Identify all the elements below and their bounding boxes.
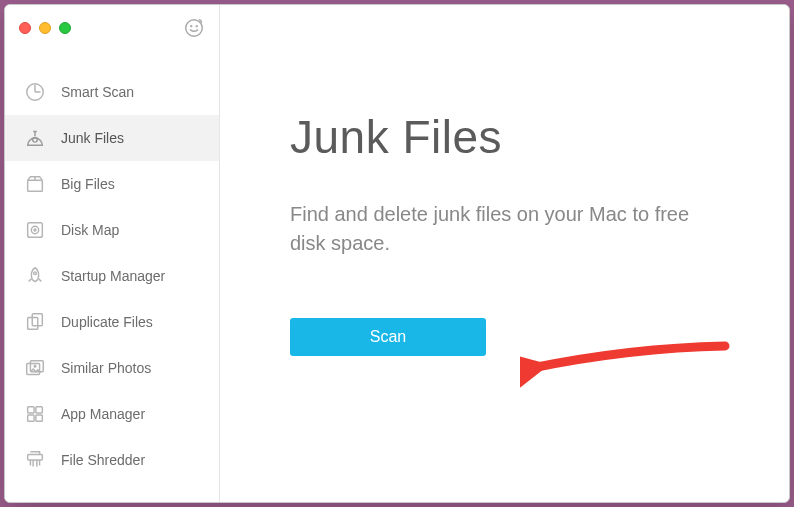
sidebar-item-startup-manager[interactable]: Startup Manager: [5, 253, 219, 299]
svg-point-1: [191, 26, 192, 27]
sidebar-item-label: Similar Photos: [61, 360, 151, 376]
sidebar-item-label: Disk Map: [61, 222, 119, 238]
annotation-arrow-icon: [520, 338, 740, 408]
sidebar-item-label: File Shredder: [61, 452, 145, 468]
svg-rect-16: [36, 407, 42, 413]
svg-point-0: [186, 20, 203, 37]
minimize-window-button[interactable]: [39, 22, 51, 34]
box-icon: [23, 172, 47, 196]
sidebar-item-disk-map[interactable]: Disk Map: [5, 207, 219, 253]
sidebar-item-app-manager[interactable]: App Manager: [5, 391, 219, 437]
sidebar-item-label: Junk Files: [61, 130, 124, 146]
close-window-button[interactable]: [19, 22, 31, 34]
svg-rect-5: [28, 180, 43, 191]
svg-rect-15: [28, 407, 34, 413]
gauge-icon: [23, 80, 47, 104]
sidebar-item-file-shredder[interactable]: File Shredder: [5, 437, 219, 483]
sidebar-item-duplicate-files[interactable]: Duplicate Files: [5, 299, 219, 345]
sidebar-item-label: App Manager: [61, 406, 145, 422]
scan-button[interactable]: Scan: [290, 318, 486, 356]
sidebar-item-big-files[interactable]: Big Files: [5, 161, 219, 207]
sidebar-nav: Smart Scan Junk Files Big Files: [5, 49, 219, 483]
svg-point-14: [34, 365, 36, 367]
sidebar-item-label: Duplicate Files: [61, 314, 153, 330]
app-window: Smart Scan Junk Files Big Files: [4, 4, 790, 503]
main-pane: Junk Files Find and delete junk files on…: [220, 5, 789, 502]
apps-grid-icon: [23, 402, 47, 426]
sidebar-item-label: Smart Scan: [61, 84, 134, 100]
svg-rect-18: [36, 415, 42, 421]
window-controls: [19, 22, 71, 34]
sidebar: Smart Scan Junk Files Big Files: [5, 5, 220, 502]
duplicate-icon: [23, 310, 47, 334]
sidebar-item-smart-scan[interactable]: Smart Scan: [5, 69, 219, 115]
svg-point-2: [196, 26, 197, 27]
page-title: Junk Files: [290, 110, 723, 164]
svg-rect-17: [28, 415, 34, 421]
svg-point-9: [34, 272, 37, 275]
sidebar-item-junk-files[interactable]: Junk Files: [5, 115, 219, 161]
sidebar-item-label: Big Files: [61, 176, 115, 192]
rocket-icon: [23, 264, 47, 288]
robot-cleaner-icon: [23, 126, 47, 150]
titlebar: [5, 5, 219, 49]
support-icon[interactable]: [183, 17, 205, 39]
photos-icon: [23, 356, 47, 380]
fullscreen-window-button[interactable]: [59, 22, 71, 34]
sidebar-item-label: Startup Manager: [61, 268, 165, 284]
svg-rect-19: [28, 455, 43, 461]
shredder-icon: [23, 448, 47, 472]
disk-icon: [23, 218, 47, 242]
page-description: Find and delete junk files on your Mac t…: [290, 200, 723, 258]
svg-point-8: [34, 229, 36, 231]
svg-point-4: [33, 138, 38, 143]
sidebar-item-similar-photos[interactable]: Similar Photos: [5, 345, 219, 391]
